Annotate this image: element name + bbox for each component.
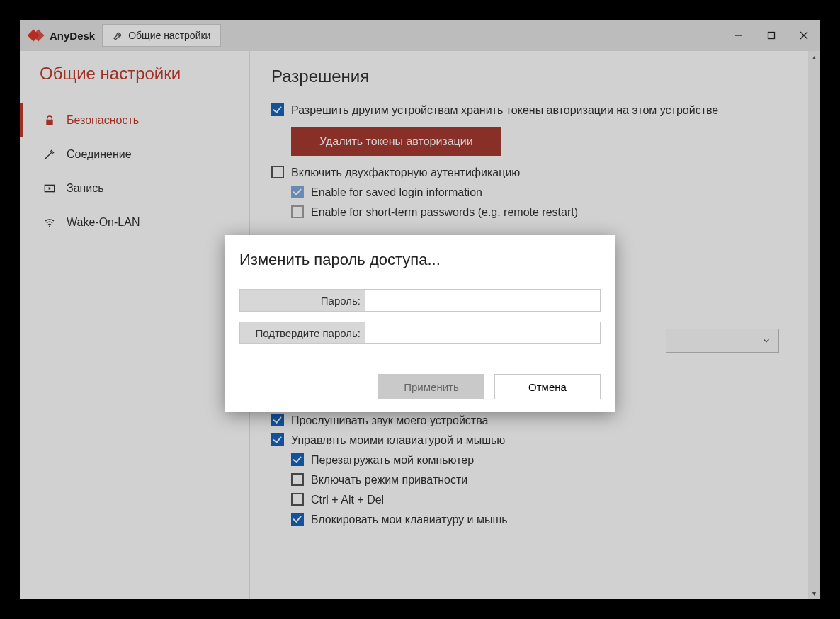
titlebar-tab[interactable]: Общие настройки xyxy=(102,24,221,47)
maximize-button[interactable] xyxy=(755,20,788,51)
app-name: AnyDesk xyxy=(50,30,95,42)
chevron-down-icon xyxy=(761,336,771,346)
label-perm-control: Управлять моими клавиатурой и мышью xyxy=(291,433,505,448)
sidebar-title: Общие настройки xyxy=(20,64,249,103)
minimize-button[interactable] xyxy=(722,20,755,51)
svg-marker-7 xyxy=(49,187,51,190)
label-perm-block: Блокировать мои клавиатуру и мышь xyxy=(311,513,508,527)
section-title: Разрешения xyxy=(271,67,799,86)
checkbox-two-factor[interactable] xyxy=(271,166,284,178)
sidebar-item-connection[interactable]: Соединение xyxy=(20,137,249,171)
password-field-row: Пароль: xyxy=(239,289,601,312)
checkbox-perm-restart[interactable] xyxy=(291,453,304,466)
dropdown[interactable] xyxy=(666,329,779,353)
delete-tokens-button[interactable]: Удалить токены авторизации xyxy=(291,127,501,156)
sidebar: Общие настройки Безопасность Соединение … xyxy=(20,51,250,599)
label-allow-tokens: Разрешить другим устройствам хранить ток… xyxy=(291,103,718,118)
label-two-factor: Включить двухфакторную аутентификацию xyxy=(291,166,520,180)
anydesk-logo-icon xyxy=(25,25,45,45)
label-perm-restart: Перезагружать мой компьютер xyxy=(311,453,474,467)
connection-icon xyxy=(42,147,57,161)
change-password-dialog: Изменить пароль доступа... Пароль: Подтв… xyxy=(225,235,615,412)
sidebar-item-label: Запись xyxy=(67,182,104,195)
checkbox-allow-tokens[interactable] xyxy=(271,103,284,116)
wifi-icon xyxy=(42,215,57,229)
titlebar: AnyDesk Общие настройки xyxy=(20,20,820,51)
dialog-title: Изменить пароль доступа... xyxy=(239,251,601,269)
checkbox-perm-block[interactable] xyxy=(291,513,304,526)
wrench-icon xyxy=(113,30,124,41)
checkbox-perm-cad[interactable] xyxy=(291,493,304,506)
password-label: Пароль: xyxy=(240,290,365,311)
outer-scrollbar[interactable]: ▴ ▾ xyxy=(808,51,820,599)
checkbox-2fa-saved xyxy=(291,186,304,198)
checkbox-perm-control[interactable] xyxy=(271,433,284,446)
checkbox-perm-audio[interactable] xyxy=(271,414,284,426)
confirm-field-row: Подтвердите пароль: xyxy=(239,322,601,344)
scroll-down-icon[interactable]: ▾ xyxy=(808,587,820,599)
label-perm-privacy: Включать режим приватности xyxy=(311,473,467,487)
tab-label: Общие настройки xyxy=(128,30,210,41)
label-perm-cad: Ctrl + Alt + Del xyxy=(311,493,384,507)
sidebar-item-label: Соединение xyxy=(67,148,132,161)
confirm-password-input[interactable] xyxy=(365,322,600,343)
checkbox-perm-privacy[interactable] xyxy=(291,473,304,486)
sidebar-item-security[interactable]: Безопасность xyxy=(20,103,249,137)
record-icon xyxy=(42,181,57,195)
label-2fa-short: Enable for short-term passwords (e.g. re… xyxy=(311,205,578,220)
window-controls xyxy=(722,20,820,51)
lock-icon xyxy=(42,113,57,127)
sidebar-item-label: Wake-On-LAN xyxy=(67,216,140,229)
svg-point-8 xyxy=(49,225,50,227)
label-2fa-saved: Enable for saved login information xyxy=(311,186,482,200)
sidebar-item-record[interactable]: Запись xyxy=(20,171,249,205)
sidebar-item-label: Безопасность xyxy=(67,114,139,127)
apply-button[interactable]: Применить xyxy=(378,374,484,399)
svg-rect-3 xyxy=(768,33,775,39)
scroll-up-icon[interactable]: ▴ xyxy=(808,51,820,63)
password-input[interactable] xyxy=(365,290,600,311)
confirm-password-label: Подтвердите пароль: xyxy=(240,322,365,343)
close-button[interactable] xyxy=(788,20,820,51)
sidebar-item-wol[interactable]: Wake-On-LAN xyxy=(20,205,249,239)
checkbox-2fa-short xyxy=(291,205,304,218)
cancel-button[interactable]: Отмена xyxy=(494,374,601,399)
label-perm-audio: Прослушивать звук моего устройства xyxy=(291,414,488,428)
